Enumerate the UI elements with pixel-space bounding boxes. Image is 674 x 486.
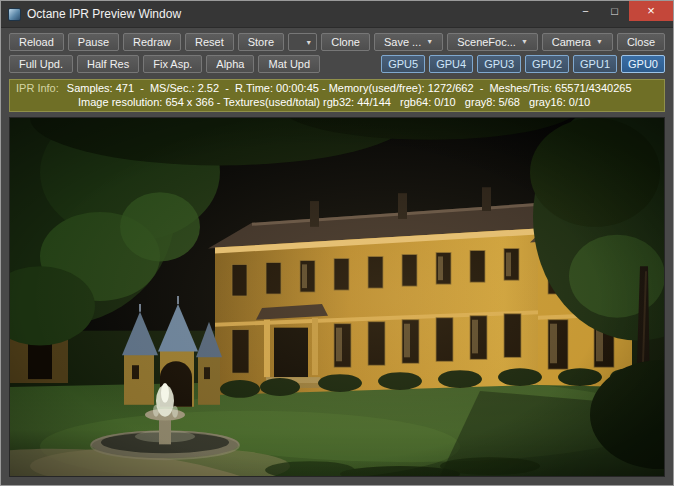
gpu-button-5[interactable]: GPU5 — [381, 55, 425, 73]
toolbar-row-1: Reload Pause Redraw Reset Store ▼ Clone … — [1, 28, 673, 52]
minimize-button[interactable]: − — [571, 1, 600, 21]
reload-button[interactable]: Reload — [9, 33, 64, 51]
render-scene — [10, 118, 664, 476]
clone-button[interactable]: Clone — [321, 33, 370, 51]
save-dropdown-button[interactable]: Save ... ▼ — [374, 33, 443, 51]
title-bar[interactable]: Octane IPR Preview Window − □ × — [1, 1, 673, 28]
chevron-down-icon: ▼ — [426, 34, 433, 50]
close-window-button[interactable]: × — [629, 1, 673, 21]
ipr-info-bar: IPR Info:Samples: 471 - MS/Sec.: 2.52 - … — [9, 79, 665, 112]
chevron-down-icon: ▼ — [596, 34, 603, 50]
ipr-stats-line1: Samples: 471 - MS/Sec.: 2.52 - R.Time: 0… — [67, 82, 632, 94]
gpu-button-4[interactable]: GPU4 — [429, 55, 473, 73]
window-title: Octane IPR Preview Window — [27, 7, 181, 21]
octane-ipr-window: Octane IPR Preview Window − □ × Reload P… — [0, 0, 674, 486]
full-update-button[interactable]: Full Upd. — [9, 55, 73, 73]
redraw-button[interactable]: Redraw — [123, 33, 181, 51]
vignette — [10, 118, 664, 476]
fix-aspect-button[interactable]: Fix Asp. — [143, 55, 202, 73]
ipr-info-label: IPR Info: — [16, 82, 59, 94]
store-dropdown[interactable]: ▼ — [288, 33, 317, 51]
mat-update-button[interactable]: Mat Upd — [258, 55, 320, 73]
gpu-button-0[interactable]: GPU0 — [621, 55, 665, 73]
app-icon — [8, 8, 21, 21]
store-button[interactable]: Store — [238, 33, 284, 51]
pause-button[interactable]: Pause — [68, 33, 119, 51]
ipr-info-line1: IPR Info:Samples: 471 - MS/Sec.: 2.52 - … — [16, 81, 658, 95]
alpha-button[interactable]: Alpha — [206, 55, 254, 73]
camera-dropdown-button[interactable]: Camera ▼ — [542, 33, 613, 51]
reset-button[interactable]: Reset — [185, 33, 234, 51]
maximize-button[interactable]: □ — [600, 1, 629, 21]
gpu-button-1[interactable]: GPU1 — [573, 55, 617, 73]
chevron-down-icon: ▼ — [521, 34, 528, 50]
window-controls: − □ × — [571, 1, 673, 21]
close-preview-button[interactable]: Close — [617, 33, 665, 51]
gpu-button-3[interactable]: GPU3 — [477, 55, 521, 73]
chevron-down-icon: ▼ — [305, 39, 312, 46]
gpu-button-2[interactable]: GPU2 — [525, 55, 569, 73]
toolbar-row-2: Full Upd. Half Res Fix Asp. Alpha Mat Up… — [1, 52, 673, 74]
ipr-stats-line2: Image resolution: 654 x 366 - Textures(u… — [16, 95, 658, 109]
render-viewport[interactable] — [9, 117, 665, 477]
half-res-button[interactable]: Half Res — [77, 55, 139, 73]
scene-focus-dropdown-button[interactable]: SceneFoc... ▼ — [447, 33, 538, 51]
